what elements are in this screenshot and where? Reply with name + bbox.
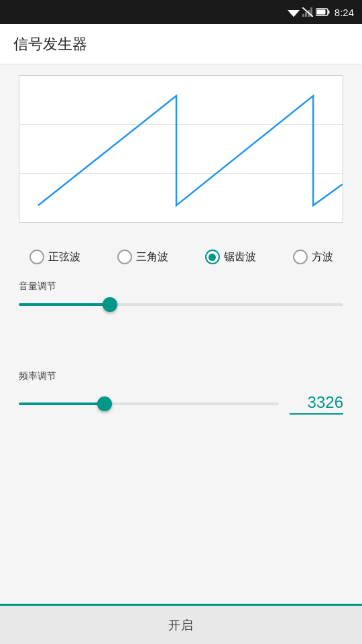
frequency-value: 3326 (290, 393, 343, 415)
main-content: 正弦波 三角波 锯齿波 方波 音量调节 频率调节 3326 (0, 75, 362, 423)
battery-icon (316, 7, 330, 17)
waveform-svg (19, 76, 343, 222)
volume-slider-thumb[interactable] (103, 297, 117, 312)
svg-rect-2 (302, 14, 304, 17)
radio-option-triangle[interactable]: 三角波 (117, 250, 168, 264)
frequency-slider-fill (19, 402, 105, 405)
svg-rect-8 (328, 11, 329, 14)
start-button[interactable]: 开启 (0, 604, 362, 644)
status-icons (288, 7, 330, 17)
frequency-row: 3326 (19, 392, 343, 416)
radio-label-triangle: 三角波 (136, 250, 168, 264)
volume-label: 音量调节 (19, 280, 343, 292)
app-title: 信号发生器 (13, 34, 87, 54)
signal-icon (302, 7, 313, 17)
status-time: 8:24 (335, 7, 354, 18)
status-bar: 8:24 (0, 0, 362, 24)
radio-label-sine: 正弦波 (48, 250, 80, 264)
volume-section: 音量调节 (0, 274, 362, 323)
radio-circle-triangle[interactable] (117, 250, 132, 264)
radio-option-square[interactable]: 方波 (293, 250, 333, 264)
frequency-slider-track[interactable] (19, 402, 279, 405)
radio-label-square: 方波 (312, 250, 333, 264)
svg-marker-1 (290, 13, 298, 17)
volume-slider-fill (19, 303, 110, 306)
app-bar: 信号发生器 (0, 24, 362, 64)
wifi-icon (288, 7, 300, 17)
radio-circle-sine[interactable] (29, 250, 44, 264)
frequency-slider-thumb[interactable] (97, 396, 112, 411)
svg-rect-3 (305, 12, 307, 17)
svg-rect-9 (316, 10, 325, 15)
frequency-label: 频率调节 (19, 370, 343, 382)
waveform-display (19, 75, 343, 223)
radio-circle-square[interactable] (293, 250, 308, 264)
radio-circle-sawtooth[interactable] (205, 250, 220, 264)
volume-slider-track[interactable] (19, 303, 343, 306)
radio-option-sawtooth[interactable]: 锯齿波 (205, 250, 256, 264)
radio-option-sine[interactable]: 正弦波 (29, 250, 80, 264)
frequency-section: 频率调节 3326 (0, 364, 362, 423)
wave-selector: 正弦波 三角波 锯齿波 方波 (0, 236, 362, 271)
radio-label-sawtooth: 锯齿波 (224, 250, 256, 264)
